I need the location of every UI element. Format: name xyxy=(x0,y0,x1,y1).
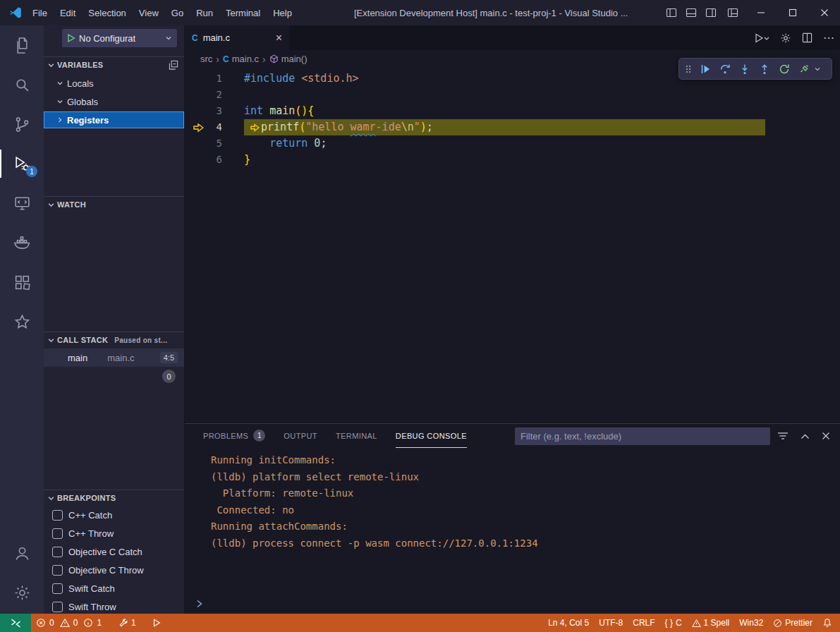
code-editor[interactable]: 1#include <stdio.h>23int main(){4 printf… xyxy=(185,68,840,423)
toggle-panel-icon[interactable] xyxy=(681,0,701,25)
breakpoint-checkbox[interactable] xyxy=(52,528,63,539)
breakpoint-row[interactable]: C++ Throw xyxy=(44,525,184,542)
breadcrumb-item-symbol[interactable]: main() xyxy=(269,54,308,64)
collapse-all-icon[interactable] xyxy=(168,60,178,71)
breakpoint-row[interactable]: Objective C Throw xyxy=(44,561,184,579)
language-mode[interactable]: { } C xyxy=(660,614,687,632)
sidebar-item-search[interactable] xyxy=(0,65,44,104)
problems-status[interactable]: 0 0 1 xyxy=(31,614,106,632)
menu-selection[interactable]: Selection xyxy=(82,0,132,25)
menu-view[interactable]: View xyxy=(133,0,165,25)
menu-edit[interactable]: Edit xyxy=(54,0,82,25)
code-line[interactable]: 5 return 0; xyxy=(185,135,840,152)
breakpoint-row[interactable]: C++ Catch xyxy=(44,506,184,524)
filter-results-icon[interactable] xyxy=(777,431,789,441)
sidebar-item-settings[interactable] xyxy=(0,573,44,612)
chevron-down-icon[interactable] xyxy=(814,66,824,73)
line-number[interactable]: 2 xyxy=(185,87,244,103)
configure-gear-icon[interactable] xyxy=(780,32,791,44)
variables-section-header[interactable]: VARIABLES xyxy=(44,56,184,73)
platform-indicator[interactable]: Win32 xyxy=(734,614,768,632)
spell-checker-status[interactable]: 1 Spell xyxy=(687,614,735,632)
call-stack-frame[interactable]: main main.c 4:5 xyxy=(44,348,184,367)
launch-configuration-dropdown[interactable]: No Configurat xyxy=(62,29,177,47)
close-window-button[interactable] xyxy=(808,0,840,25)
menu-help[interactable]: Help xyxy=(267,0,298,25)
sidebar-item-explorer[interactable] xyxy=(0,25,44,65)
more-actions-icon[interactable]: ⋯ xyxy=(823,31,834,44)
code-line[interactable]: 3int main(){ xyxy=(185,103,840,119)
variables-scope-registers[interactable]: Registers xyxy=(44,111,184,128)
sidebar-item-extensions[interactable] xyxy=(0,262,44,302)
menu-run[interactable]: Run xyxy=(190,0,219,25)
breakpoint-checkbox[interactable] xyxy=(52,510,63,521)
variables-scope-globals[interactable]: Globals xyxy=(44,93,184,110)
sidebar-item-run-and-debug[interactable]: 1 xyxy=(0,144,44,183)
tab-problems[interactable]: PROBLEMS 1 xyxy=(203,424,265,448)
disconnect-button[interactable] xyxy=(794,60,813,78)
restart-button[interactable] xyxy=(774,60,793,78)
close-panel-icon[interactable] xyxy=(822,432,830,440)
sidebar-item-docker[interactable] xyxy=(0,223,44,262)
code-line[interactable]: 6} xyxy=(185,152,840,168)
console-output[interactable]: Running initCommands:(lldb) platform sel… xyxy=(211,452,826,552)
tab-debug-console[interactable]: DEBUG CONSOLE xyxy=(396,424,467,448)
eol-indicator[interactable]: CRLF xyxy=(628,614,659,632)
tools-status[interactable]: 1 xyxy=(114,614,141,632)
line-number[interactable]: 6 xyxy=(185,152,244,168)
menu-terminal[interactable]: Terminal xyxy=(219,0,267,25)
call-stack-section-header[interactable]: CALL STACK Paused on st... xyxy=(44,332,184,348)
maximize-panel-icon[interactable] xyxy=(801,433,810,439)
step-out-button[interactable] xyxy=(755,60,774,78)
line-number[interactable]: 5 xyxy=(185,135,244,152)
debug-current-line-arrow-icon[interactable] xyxy=(193,123,204,133)
close-tab-icon[interactable]: × xyxy=(276,32,282,44)
menu-file[interactable]: File xyxy=(26,0,54,25)
debug-toolbar[interactable] xyxy=(678,58,832,80)
customize-layout-icon[interactable] xyxy=(721,0,745,25)
tab-main-c[interactable]: C main.c × xyxy=(185,25,289,50)
step-over-button[interactable] xyxy=(715,60,734,78)
drag-handle-icon[interactable] xyxy=(682,64,695,74)
sidebar-item-source-control[interactable] xyxy=(0,104,44,144)
run-or-debug-icon[interactable] xyxy=(754,32,769,44)
line-number[interactable]: 3 xyxy=(185,103,244,119)
breakpoint-label: Objective C Throw xyxy=(68,565,144,576)
toggle-sidebar-icon[interactable] xyxy=(662,0,681,25)
menu-go[interactable]: Go xyxy=(165,0,190,25)
sidebar-item-remote-explorer[interactable] xyxy=(0,183,44,223)
breakpoint-row[interactable]: Swift Catch xyxy=(44,580,184,597)
debug-launch-status[interactable] xyxy=(147,614,166,632)
watch-section-header[interactable]: WATCH xyxy=(44,196,184,212)
maximize-button[interactable] xyxy=(777,0,808,25)
breakpoint-row[interactable]: Objective C Catch xyxy=(44,543,184,561)
console-input-prompt[interactable] xyxy=(195,600,204,608)
breadcrumb-item-file[interactable]: C main.c xyxy=(223,54,259,64)
console-filter-input[interactable] xyxy=(515,427,770,445)
tab-output[interactable]: OUTPUT xyxy=(284,424,317,448)
breakpoints-section-header[interactable]: BREAKPOINTS xyxy=(44,490,184,506)
breakpoint-checkbox[interactable] xyxy=(52,547,63,557)
split-editor-icon[interactable] xyxy=(802,32,812,43)
sidebar-item-favorites[interactable] xyxy=(0,302,44,341)
cursor-position[interactable]: Ln 4, Col 5 xyxy=(543,614,594,632)
line-number[interactable]: 1 xyxy=(185,71,244,87)
continue-button[interactable] xyxy=(695,60,714,78)
tab-terminal[interactable]: TERMINAL xyxy=(336,424,377,448)
line-number[interactable]: 4 xyxy=(185,119,244,135)
breakpoint-checkbox[interactable] xyxy=(52,565,63,576)
step-into-button[interactable] xyxy=(735,60,754,78)
minimize-button[interactable] xyxy=(745,0,777,25)
breadcrumb-item-src[interactable]: src xyxy=(200,54,212,64)
code-line[interactable]: 4 printf("hello wamr-ide\n"); xyxy=(185,119,840,135)
encoding-indicator[interactable]: UTF-8 xyxy=(594,614,628,632)
breakpoint-checkbox[interactable] xyxy=(52,583,63,594)
formatter-status[interactable]: Prettier xyxy=(768,614,817,632)
remote-indicator[interactable] xyxy=(0,614,31,632)
notifications-bell[interactable] xyxy=(817,614,837,632)
breakpoint-checkbox[interactable] xyxy=(52,602,63,612)
variables-scope-locals[interactable]: Locals xyxy=(44,75,184,92)
toggle-secondary-sidebar-icon[interactable] xyxy=(701,0,721,25)
code-line[interactable]: 2 xyxy=(185,87,840,103)
sidebar-item-account[interactable] xyxy=(0,533,44,573)
